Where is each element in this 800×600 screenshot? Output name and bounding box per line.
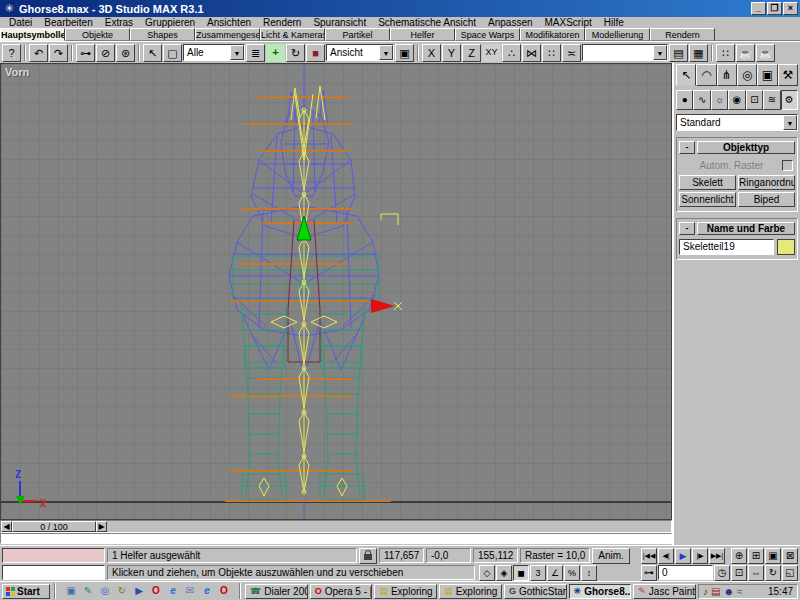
systems-category-icon[interactable]: ⚙ <box>781 90 798 110</box>
restrict-y-button[interactable]: Y <box>442 44 461 62</box>
render-last-icon[interactable]: ☕ <box>756 44 775 62</box>
quicklaunch-sync-icon[interactable]: ↻ <box>114 584 130 599</box>
viewport-canvas[interactable]: Z X <box>1 64 671 519</box>
chevron-down-icon[interactable]: ▼ <box>230 45 244 60</box>
min-max-toggle-icon[interactable]: ◱ <box>782 565 798 581</box>
quicklaunch-search-icon[interactable]: ◎ <box>97 584 113 599</box>
menu-schematische-ansicht[interactable]: Schematische Ansicht <box>372 17 482 28</box>
select-by-name-icon[interactable]: ≣ <box>246 44 265 62</box>
redo-icon[interactable]: ↷ <box>49 44 68 62</box>
mirror-icon[interactable]: ⋈ <box>522 44 541 62</box>
key-mode-icon[interactable]: ⊶ <box>641 565 657 581</box>
next-frame-arrow-icon[interactable]: ▶ <box>96 521 107 532</box>
rollout-collapse-button[interactable]: - <box>679 141 695 154</box>
minimize-button[interactable]: _ <box>751 2 766 15</box>
next-frame-button[interactable]: |▶ <box>692 548 708 564</box>
go-to-start-button[interactable]: |◀◀ <box>641 548 657 564</box>
menu-spuransicht[interactable]: Spuransicht <box>307 17 372 28</box>
spacewarps-category-icon[interactable]: ≋ <box>763 90 780 110</box>
unlink-icon[interactable]: ⊘ <box>96 44 115 62</box>
align-icon[interactable]: ≍ <box>562 44 581 62</box>
pan-icon[interactable]: ⇔ <box>748 565 764 581</box>
helpers-category-icon[interactable]: ⊡ <box>746 90 763 110</box>
menu-maxscript[interactable]: MAXScript <box>539 17 598 28</box>
task-jasc-paint[interactable]: ✎ Jasc Paint S... <box>633 584 696 599</box>
quicklaunch-ie-icon[interactable]: e <box>165 584 181 599</box>
viewport-front[interactable]: Z X Vorn <box>0 63 672 520</box>
skelett-button[interactable]: Skelett <box>679 175 736 190</box>
snap-3d-icon[interactable]: ◼ <box>513 565 529 581</box>
start-button[interactable]: Start <box>2 584 50 599</box>
quicklaunch-ie2-icon[interactable]: e <box>199 584 215 599</box>
quicklaunch-media-icon[interactable]: ▶ <box>131 584 147 599</box>
quicklaunch-desktop-icon[interactable]: ▣ <box>63 584 79 599</box>
task-gothicstarter[interactable]: G GothicStarter... <box>504 584 567 599</box>
menu-ansichten[interactable]: Ansichten <box>201 17 257 28</box>
tray-volume-icon[interactable]: ♪ <box>703 586 708 597</box>
create-tab-icon[interactable]: ↖ <box>676 64 696 86</box>
geometry-category-icon[interactable]: ● <box>676 90 693 110</box>
ringanordnung-button[interactable]: Ringanordnung <box>738 175 795 190</box>
snap-toggle-icon[interactable]: 3 <box>530 565 546 581</box>
prev-frame-arrow-icon[interactable]: ◀ <box>1 521 12 532</box>
biped-button[interactable]: Biped <box>738 192 795 207</box>
menu-bearbeiten[interactable]: Bearbeiten <box>38 17 98 28</box>
quicklaunch-opera-icon[interactable]: O <box>148 584 164 599</box>
bind-spacewarp-icon[interactable]: ⊛ <box>116 44 135 62</box>
sonnenlicht-button[interactable]: Sonnenlicht <box>679 192 736 207</box>
track-view-icon[interactable]: ▤ <box>669 44 688 62</box>
select-link-icon[interactable]: ⊶ <box>76 44 95 62</box>
restrict-xy-button[interactable]: XY <box>482 44 501 62</box>
tab-licht-kameras[interactable]: Licht & Kameras <box>260 28 325 41</box>
time-slider[interactable]: ◀ 0 / 100 ▶ <box>0 520 672 533</box>
reference-coord-dropdown[interactable]: Ansicht ▼ <box>326 44 394 61</box>
tab-objekte[interactable]: Objekte <box>65 28 130 41</box>
tray-user-icon[interactable]: ☻ <box>723 586 734 597</box>
task-dialer-2000[interactable]: ☎ Dialer 2000 <box>245 584 308 599</box>
scale-icon[interactable]: ■ <box>306 44 325 62</box>
time-slider-handle[interactable]: 0 / 100 <box>12 521 96 532</box>
use-center-icon[interactable]: ▣ <box>395 44 414 62</box>
restrict-x-button[interactable]: X <box>422 44 441 62</box>
close-button[interactable]: × <box>783 2 798 15</box>
menu-rendern[interactable]: Rendern <box>257 17 307 28</box>
tab-partikel[interactable]: Partikel <box>325 28 390 41</box>
tab-helfer[interactable]: Helfer <box>390 28 455 41</box>
menu-anpassen[interactable]: Anpassen <box>482 17 538 28</box>
display-tab-icon[interactable]: ▣ <box>757 64 777 86</box>
region-select-icon[interactable]: ▢ <box>163 44 182 62</box>
utilities-tab-icon[interactable]: ⚒ <box>778 64 798 86</box>
arc-rotate-icon[interactable]: ↻ <box>765 565 781 581</box>
tab-space-warps[interactable]: Space Warps <box>455 28 520 41</box>
animate-button[interactable]: Anim. <box>592 548 630 564</box>
rollout-collapse-button[interactable]: - <box>679 222 695 235</box>
modify-tab-icon[interactable]: ◠ <box>696 64 716 86</box>
time-config-icon[interactable]: ◷ <box>714 565 730 581</box>
region-zoom-icon[interactable]: ⊡ <box>731 565 747 581</box>
task-exploring-f[interactable]: ▤ Exploring - (F:) <box>374 584 437 599</box>
lights-category-icon[interactable]: ☼ <box>711 90 728 110</box>
zoom-extents-icon[interactable]: ▣ <box>765 548 781 564</box>
tab-modifikatoren[interactable]: Modifikatoren <box>520 28 585 41</box>
coordinate-x-field[interactable]: 117,657 <box>379 548 424 563</box>
selection-filter-dropdown[interactable]: Alle ▼ <box>183 44 245 61</box>
spinner-snap-icon[interactable]: ↕ <box>581 565 597 581</box>
schematic-view-icon[interactable]: ▦ <box>689 44 708 62</box>
array-icon[interactable]: ∷ <box>542 44 561 62</box>
cameras-category-icon[interactable]: ◉ <box>728 90 745 110</box>
name-farbe-rollout-title[interactable]: Name und Farbe <box>697 222 795 235</box>
chevron-down-icon[interactable]: ▼ <box>783 115 797 130</box>
quicklaunch-notes-icon[interactable]: ✎ <box>80 584 96 599</box>
tab-shapes[interactable]: Shapes <box>130 28 195 41</box>
restrict-z-button[interactable]: Z <box>462 44 481 62</box>
maxscript-mini-listener[interactable] <box>2 565 105 580</box>
tab-zusammengesetzt[interactable]: Zusammengesetzt <box>195 28 260 41</box>
task-exploring-2[interactable]: ▤ Exploring - _... <box>439 584 502 599</box>
tab-modellierung[interactable]: Modellierung <box>585 28 650 41</box>
previous-frame-button[interactable]: ◀| <box>658 548 674 564</box>
object-color-swatch[interactable] <box>777 239 795 255</box>
menu-gruppieren[interactable]: Gruppieren <box>139 17 201 28</box>
tab-rendern[interactable]: Rendern <box>650 28 715 41</box>
objekttyp-rollout-title[interactable]: Objekttyp <box>697 141 795 154</box>
rotate-icon[interactable]: ↻ <box>286 44 305 62</box>
